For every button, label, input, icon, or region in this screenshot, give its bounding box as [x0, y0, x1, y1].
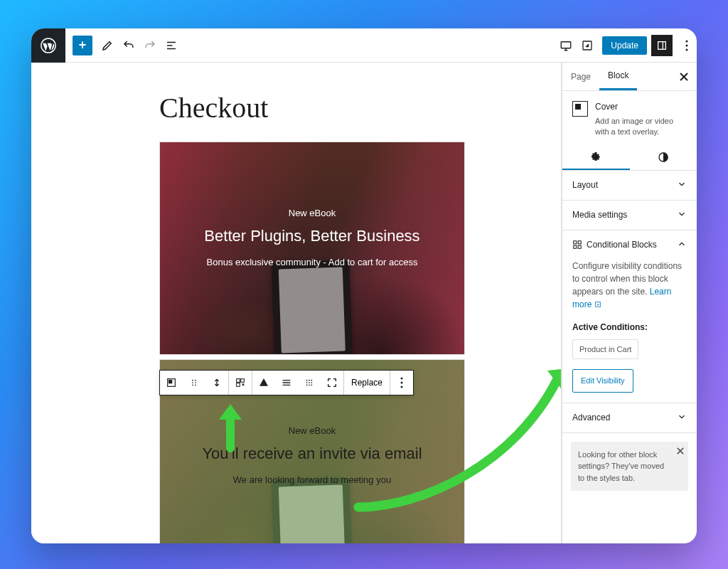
subtab-settings[interactable]	[562, 145, 630, 170]
view-live-icon[interactable]	[577, 33, 598, 58]
svg-point-28	[401, 382, 403, 384]
add-block-button[interactable]: +	[73, 36, 92, 55]
conditional-panel-body: Configure visibility conditions to contr…	[562, 260, 697, 403]
block-type-icon[interactable]	[160, 371, 183, 395]
svg-point-13	[195, 382, 196, 383]
svg-point-26	[311, 384, 312, 385]
list-view-icon[interactable]	[161, 33, 182, 58]
editor-canvas[interactable]: Checkout New eBook Better Plugins, Bette…	[31, 63, 562, 543]
svg-point-21	[306, 382, 308, 383]
content-position-icon[interactable]	[252, 371, 275, 395]
editor-window: + Update Checkout New eBook	[31, 28, 697, 543]
svg-point-20	[311, 380, 312, 381]
chevron-down-icon	[677, 179, 687, 191]
svg-rect-32	[578, 241, 581, 244]
svg-rect-17	[237, 383, 240, 387]
block-description: Add an image or video with a text overla…	[595, 116, 687, 138]
settings-sidebar: Page Block Cover Add an image or video w…	[562, 63, 697, 543]
svg-rect-34	[578, 245, 581, 248]
svg-point-22	[309, 382, 310, 383]
svg-rect-1	[562, 41, 572, 48]
close-sidebar-icon[interactable]	[677, 70, 691, 84]
svg-point-25	[309, 384, 310, 385]
move-up-down-icon[interactable]	[205, 371, 228, 395]
device-preview-icon[interactable]	[555, 33, 577, 58]
redo-icon[interactable]	[139, 33, 161, 58]
block-identity: Cover Add an image or video with a text …	[562, 91, 697, 145]
tab-block[interactable]: Block	[599, 63, 637, 90]
tab-page[interactable]: Page	[562, 63, 599, 90]
svg-point-29	[401, 386, 403, 388]
cover-block-1[interactable]: New eBook Better Plugins, Better Busines…	[159, 142, 465, 355]
svg-rect-8	[169, 381, 172, 383]
sidebar-tabs: Page Block	[562, 63, 697, 91]
cover1-subtext[interactable]: Bonus exclusive community - Add to cart …	[207, 257, 418, 267]
styles-moved-notice: Looking for other block settings? They'v…	[571, 442, 688, 491]
wordpress-logo[interactable]	[31, 28, 65, 63]
cover1-heading[interactable]: Better Plugins, Better Business	[204, 227, 419, 245]
svg-rect-33	[574, 245, 577, 248]
block-name: Cover	[595, 101, 687, 113]
align-icon[interactable]	[275, 371, 298, 395]
svg-point-24	[306, 384, 308, 385]
block-toolbar: Replace	[159, 370, 414, 395]
subtab-styles[interactable]	[630, 145, 697, 170]
settings-sidebar-toggle[interactable]	[651, 35, 673, 56]
cover1-kicker[interactable]: New eBook	[289, 208, 336, 218]
svg-point-4	[686, 40, 688, 42]
chevron-down-icon	[677, 209, 687, 221]
svg-rect-3	[658, 41, 666, 49]
edit-visibility-button[interactable]: Edit Visibility	[572, 369, 633, 393]
panel-advanced[interactable]: Advanced	[562, 403, 697, 432]
svg-point-19	[309, 380, 310, 381]
cover2-subtext[interactable]: We are looking forward to meeting you	[233, 474, 391, 485]
svg-point-18	[306, 380, 308, 381]
conditional-blocks-icon	[572, 240, 582, 250]
dismiss-notice-icon[interactable]	[677, 446, 684, 458]
svg-point-12	[195, 380, 196, 381]
active-conditions-label: Active Conditions:	[572, 321, 687, 334]
svg-rect-16	[241, 379, 245, 383]
svg-point-10	[192, 382, 193, 383]
edit-mode-icon[interactable]	[97, 33, 118, 58]
update-button[interactable]: Update	[602, 36, 647, 55]
svg-point-5	[686, 44, 688, 46]
more-options-icon[interactable]	[677, 33, 697, 58]
cover-block-icon	[572, 101, 588, 117]
svg-point-14	[195, 384, 196, 385]
svg-rect-15	[237, 379, 240, 383]
top-toolbar: + Update	[31, 28, 697, 63]
sidebar-subtabs	[562, 145, 697, 171]
svg-point-9	[192, 380, 193, 381]
drag-handle-icon[interactable]	[183, 371, 205, 395]
undo-icon[interactable]	[118, 33, 139, 58]
svg-rect-31	[574, 241, 577, 244]
chevron-up-icon	[677, 239, 687, 251]
svg-point-11	[192, 384, 193, 385]
page-title[interactable]: Checkout	[159, 91, 532, 124]
block-more-options-icon[interactable]	[390, 371, 413, 395]
conditional-blocks-icon[interactable]	[229, 371, 252, 395]
condition-tag[interactable]: Product in Cart	[572, 339, 638, 360]
svg-point-27	[401, 378, 403, 380]
fullscreen-icon[interactable]	[321, 371, 343, 395]
panel-conditional-blocks[interactable]: Conditional Blocks	[562, 230, 697, 260]
cover2-kicker[interactable]: New eBook	[289, 425, 336, 436]
chevron-down-icon	[677, 412, 687, 424]
panel-layout[interactable]: Layout	[562, 171, 697, 200]
replace-media-button[interactable]: Replace	[344, 371, 390, 395]
svg-point-23	[311, 382, 312, 383]
cover2-heading[interactable]: You'll receive an invite via email	[202, 445, 422, 463]
svg-point-6	[686, 48, 688, 50]
panel-media-settings[interactable]: Media settings	[562, 201, 697, 230]
height-icon[interactable]	[298, 371, 321, 395]
